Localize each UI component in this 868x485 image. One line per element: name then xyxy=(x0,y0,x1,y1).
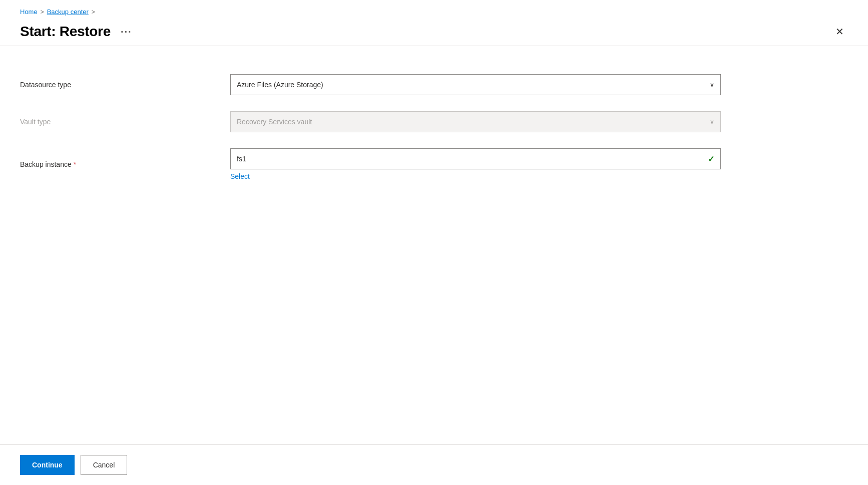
page-wrapper: Home > Backup center > Start: Restore ··… xyxy=(0,0,868,485)
breadcrumb-backup-center[interactable]: Backup center xyxy=(47,8,89,16)
vault-type-control: Recovery Services vault ∨ xyxy=(230,103,721,140)
title-row: Start: Restore ··· ✕ xyxy=(20,22,848,42)
vault-type-placeholder: Recovery Services vault xyxy=(237,118,312,126)
datasource-type-chevron: ∨ xyxy=(710,81,714,88)
breadcrumb-separator-2: > xyxy=(92,9,95,16)
breadcrumb-separator-1: > xyxy=(41,9,44,16)
datasource-type-dropdown[interactable]: Azure Files (Azure Storage) ∨ xyxy=(230,74,721,95)
check-icon: ✓ xyxy=(708,154,714,164)
datasource-type-value: Azure Files (Azure Storage) xyxy=(237,81,323,89)
content-section: Datasource type Azure Files (Azure Stora… xyxy=(0,46,868,444)
header-section: Home > Backup center > Start: Restore ··… xyxy=(0,0,868,46)
backup-instance-control: fs1 ✓ Select xyxy=(230,140,721,188)
breadcrumb: Home > Backup center > xyxy=(20,8,848,16)
backup-instance-label: Backup instance * xyxy=(20,140,230,188)
footer-section: Continue Cancel xyxy=(0,444,868,485)
datasource-type-label: Datasource type xyxy=(20,66,230,103)
title-left: Start: Restore ··· xyxy=(20,24,136,40)
vault-type-chevron: ∨ xyxy=(710,118,714,125)
backup-instance-input[interactable]: fs1 ✓ xyxy=(230,148,721,169)
vault-type-label: Vault type xyxy=(20,103,230,140)
close-button[interactable]: ✕ xyxy=(831,22,848,42)
select-link[interactable]: Select xyxy=(230,172,721,180)
ellipsis-button[interactable]: ··· xyxy=(117,25,136,39)
datasource-type-control: Azure Files (Azure Storage) ∨ xyxy=(230,66,721,103)
cancel-button[interactable]: Cancel xyxy=(81,455,128,475)
page-title: Start: Restore xyxy=(20,24,111,40)
breadcrumb-home[interactable]: Home xyxy=(20,8,38,16)
vault-type-dropdown: Recovery Services vault ∨ xyxy=(230,111,721,132)
required-star: * xyxy=(74,160,76,168)
backup-instance-value: fs1 xyxy=(237,155,246,163)
close-icon: ✕ xyxy=(835,26,844,38)
form-grid: Datasource type Azure Files (Azure Stora… xyxy=(20,66,721,188)
continue-button[interactable]: Continue xyxy=(20,455,75,475)
